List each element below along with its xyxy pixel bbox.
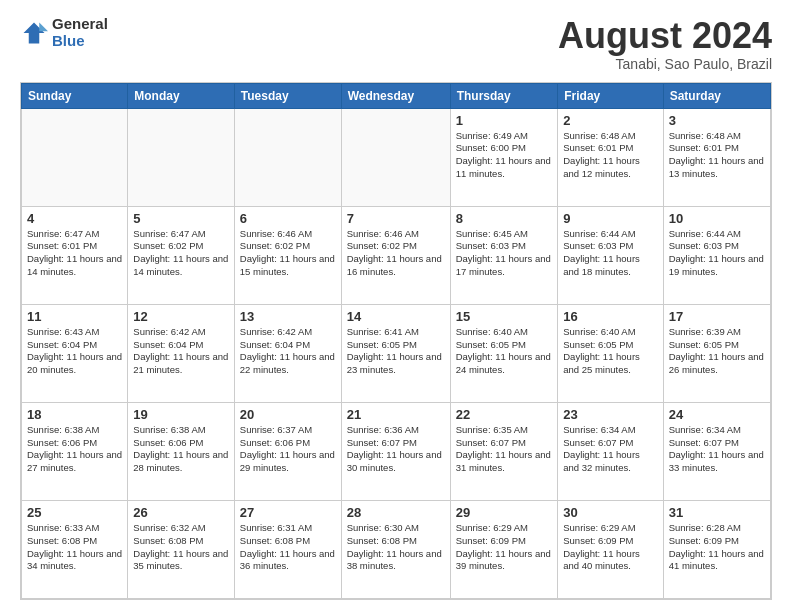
day-number: 20 — [240, 407, 336, 422]
day-info-line: Daylight: 11 hours and 17 minutes. — [456, 253, 553, 279]
day-number: 28 — [347, 505, 445, 520]
logo-blue-text: Blue — [52, 33, 108, 50]
day-cell: 6Sunrise: 6:46 AMSunset: 6:02 PMDaylight… — [234, 206, 341, 304]
day-info-line: Daylight: 11 hours and 13 minutes. — [669, 155, 765, 181]
day-cell: 3Sunrise: 6:48 AMSunset: 6:01 PMDaylight… — [663, 108, 770, 206]
day-number: 6 — [240, 211, 336, 226]
day-info-line: Sunrise: 6:42 AM — [240, 326, 336, 339]
day-number: 15 — [456, 309, 553, 324]
day-info-line: Sunrise: 6:39 AM — [669, 326, 765, 339]
day-info-line: Daylight: 11 hours and 28 minutes. — [133, 449, 229, 475]
day-info-line: Daylight: 11 hours and 19 minutes. — [669, 253, 765, 279]
week-row-5: 25Sunrise: 6:33 AMSunset: 6:08 PMDayligh… — [22, 500, 771, 598]
day-info-line: Daylight: 11 hours and 23 minutes. — [347, 351, 445, 377]
week-row-1: 1Sunrise: 6:49 AMSunset: 6:00 PMDaylight… — [22, 108, 771, 206]
day-info-line: Sunrise: 6:38 AM — [133, 424, 229, 437]
logo-general-text: General — [52, 16, 108, 33]
day-number: 12 — [133, 309, 229, 324]
calendar-body: 1Sunrise: 6:49 AMSunset: 6:00 PMDaylight… — [22, 108, 771, 598]
day-info-line: Sunset: 6:03 PM — [456, 240, 553, 253]
logo-icon — [20, 19, 48, 47]
day-info-line: Daylight: 11 hours and 26 minutes. — [669, 351, 765, 377]
calendar-header: Sunday Monday Tuesday Wednesday Thursday… — [22, 83, 771, 108]
day-info-line: Daylight: 11 hours and 32 minutes. — [563, 449, 657, 475]
day-info-line: Sunset: 6:07 PM — [563, 437, 657, 450]
day-cell: 16Sunrise: 6:40 AMSunset: 6:05 PMDayligh… — [558, 304, 663, 402]
header: General Blue August 2024 Tanabi, Sao Pau… — [20, 16, 772, 72]
th-tuesday: Tuesday — [234, 83, 341, 108]
day-number: 7 — [347, 211, 445, 226]
day-info-line: Sunrise: 6:29 AM — [456, 522, 553, 535]
th-sunday: Sunday — [22, 83, 128, 108]
day-cell: 21Sunrise: 6:36 AMSunset: 6:07 PMDayligh… — [341, 402, 450, 500]
day-info-line: Sunset: 6:06 PM — [240, 437, 336, 450]
day-number: 19 — [133, 407, 229, 422]
day-info-line: Sunset: 6:03 PM — [669, 240, 765, 253]
day-info-line: Sunset: 6:01 PM — [27, 240, 122, 253]
day-cell: 2Sunrise: 6:48 AMSunset: 6:01 PMDaylight… — [558, 108, 663, 206]
day-info-line: Sunrise: 6:42 AM — [133, 326, 229, 339]
day-number: 8 — [456, 211, 553, 226]
day-info-line: Daylight: 11 hours and 14 minutes. — [27, 253, 122, 279]
day-number: 1 — [456, 113, 553, 128]
day-info-line: Sunrise: 6:40 AM — [563, 326, 657, 339]
day-info-line: Sunrise: 6:41 AM — [347, 326, 445, 339]
day-info-line: Sunrise: 6:40 AM — [456, 326, 553, 339]
day-info-line: Sunset: 6:04 PM — [133, 339, 229, 352]
day-number: 22 — [456, 407, 553, 422]
day-info-line: Sunset: 6:08 PM — [347, 535, 445, 548]
logo-text: General Blue — [52, 16, 108, 49]
day-number: 31 — [669, 505, 765, 520]
day-info-line: Sunrise: 6:36 AM — [347, 424, 445, 437]
day-info-line: Daylight: 11 hours and 15 minutes. — [240, 253, 336, 279]
day-info-line: Sunset: 6:04 PM — [240, 339, 336, 352]
day-info-line: Sunset: 6:02 PM — [133, 240, 229, 253]
day-cell: 22Sunrise: 6:35 AMSunset: 6:07 PMDayligh… — [450, 402, 558, 500]
day-cell: 18Sunrise: 6:38 AMSunset: 6:06 PMDayligh… — [22, 402, 128, 500]
day-info-line: Sunrise: 6:46 AM — [347, 228, 445, 241]
day-info-line: Sunset: 6:08 PM — [240, 535, 336, 548]
day-number: 4 — [27, 211, 122, 226]
day-info-line: Sunrise: 6:38 AM — [27, 424, 122, 437]
day-info-line: Sunrise: 6:32 AM — [133, 522, 229, 535]
day-number: 24 — [669, 407, 765, 422]
day-cell: 9Sunrise: 6:44 AMSunset: 6:03 PMDaylight… — [558, 206, 663, 304]
day-cell: 17Sunrise: 6:39 AMSunset: 6:05 PMDayligh… — [663, 304, 770, 402]
day-info-line: Sunset: 6:06 PM — [27, 437, 122, 450]
day-info-line: Daylight: 11 hours and 18 minutes. — [563, 253, 657, 279]
day-info-line: Daylight: 11 hours and 11 minutes. — [456, 155, 553, 181]
page: General Blue August 2024 Tanabi, Sao Pau… — [0, 0, 792, 612]
day-info-line: Sunset: 6:08 PM — [133, 535, 229, 548]
day-cell: 29Sunrise: 6:29 AMSunset: 6:09 PMDayligh… — [450, 500, 558, 598]
day-number: 26 — [133, 505, 229, 520]
day-cell: 5Sunrise: 6:47 AMSunset: 6:02 PMDaylight… — [128, 206, 235, 304]
day-info-line: Sunrise: 6:44 AM — [669, 228, 765, 241]
day-info-line: Daylight: 11 hours and 16 minutes. — [347, 253, 445, 279]
day-info-line: Sunset: 6:02 PM — [240, 240, 336, 253]
day-info-line: Sunset: 6:07 PM — [669, 437, 765, 450]
day-number: 13 — [240, 309, 336, 324]
week-row-4: 18Sunrise: 6:38 AMSunset: 6:06 PMDayligh… — [22, 402, 771, 500]
th-friday: Friday — [558, 83, 663, 108]
day-info-line: Daylight: 11 hours and 21 minutes. — [133, 351, 229, 377]
th-thursday: Thursday — [450, 83, 558, 108]
day-info-line: Sunset: 6:05 PM — [669, 339, 765, 352]
header-row: Sunday Monday Tuesday Wednesday Thursday… — [22, 83, 771, 108]
day-cell: 8Sunrise: 6:45 AMSunset: 6:03 PMDaylight… — [450, 206, 558, 304]
day-info-line: Sunrise: 6:33 AM — [27, 522, 122, 535]
day-info-line: Daylight: 11 hours and 39 minutes. — [456, 548, 553, 574]
day-cell: 15Sunrise: 6:40 AMSunset: 6:05 PMDayligh… — [450, 304, 558, 402]
day-number: 3 — [669, 113, 765, 128]
day-cell: 24Sunrise: 6:34 AMSunset: 6:07 PMDayligh… — [663, 402, 770, 500]
day-info-line: Daylight: 11 hours and 41 minutes. — [669, 548, 765, 574]
day-info-line: Sunrise: 6:46 AM — [240, 228, 336, 241]
day-number: 9 — [563, 211, 657, 226]
day-info-line: Daylight: 11 hours and 40 minutes. — [563, 548, 657, 574]
day-cell: 20Sunrise: 6:37 AMSunset: 6:06 PMDayligh… — [234, 402, 341, 500]
calendar: Sunday Monday Tuesday Wednesday Thursday… — [20, 82, 772, 600]
day-number: 25 — [27, 505, 122, 520]
day-info-line: Daylight: 11 hours and 20 minutes. — [27, 351, 122, 377]
day-info-line: Daylight: 11 hours and 29 minutes. — [240, 449, 336, 475]
day-cell — [341, 108, 450, 206]
day-info-line: Sunrise: 6:48 AM — [669, 130, 765, 143]
